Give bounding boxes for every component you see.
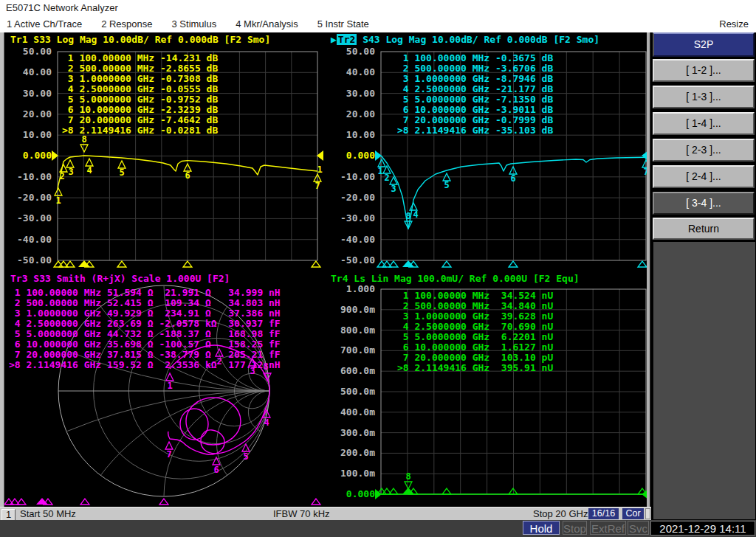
marker-row: 42.5000000GHz-0.0555dB bbox=[62, 84, 218, 94]
marker-row: 2500.00000MHz52.415Ω109.34Ω34.803nH bbox=[9, 298, 281, 308]
marker-row: 55.0000000GHz44.732Ω-188.37Ω168.98fF bbox=[9, 329, 281, 339]
svg-text:1: 1 bbox=[377, 166, 382, 176]
svg-text:1: 1 bbox=[55, 195, 61, 206]
menu-stimulus[interactable]: 3 Stimulus bbox=[172, 16, 217, 32]
stop-indicator: Stop bbox=[563, 521, 587, 535]
tr3-marker-table: 1100.00000MHz51.594Ω21.991Ω34.999nH 2500… bbox=[9, 288, 281, 370]
menu-mkr-analysis[interactable]: 4 Mkr/Analysis bbox=[236, 16, 298, 32]
svg-text:7: 7 bbox=[166, 449, 171, 460]
marker-row: 55.0000000GHz-0.9752dB bbox=[62, 94, 218, 105]
marker-row: 31.0000000GHz-8.7946dB bbox=[397, 74, 553, 84]
svg-text:8: 8 bbox=[81, 134, 86, 145]
marker-row: 2500.00000MHz34.840nU bbox=[397, 301, 553, 311]
softkey-1-3[interactable]: [ 1-3 ]... bbox=[653, 86, 755, 108]
softkey-2-4[interactable]: [ 2-4 ]... bbox=[653, 165, 755, 188]
menu-response[interactable]: 2 Response bbox=[101, 16, 152, 32]
softkey-1-2[interactable]: [ 1-2 ]... bbox=[653, 59, 755, 82]
correction-badge: Cor bbox=[622, 508, 644, 519]
panel-tr3: Tr3 S33 Smith (R+jX) Scale 1.000U [F2] bbox=[4, 271, 325, 507]
marker-row: 610.000000GHz35.698Ω-100.57Ω158.25fF bbox=[9, 339, 281, 350]
softkey-return[interactable]: Return bbox=[653, 218, 755, 240]
marker-row: 610.000000GHz-2.3239dB bbox=[62, 105, 218, 115]
marker-row: 2500.00000MHz-2.8655dB bbox=[62, 63, 218, 74]
marker-row: 31.0000000GHz-0.7308dB bbox=[62, 74, 218, 84]
marker-row: 610.000000GHz1.6127nU bbox=[397, 342, 553, 353]
marker-row: 42.5000000GHz263.69Ω-2.0578kΩ30.937fF bbox=[9, 319, 281, 329]
hold-indicator[interactable]: Hold bbox=[523, 521, 560, 535]
start-frequency: Start 50 MHz bbox=[20, 508, 76, 519]
marker-row: 720.000000GHz103.10pU bbox=[397, 353, 553, 363]
svg-text:5: 5 bbox=[444, 180, 449, 190]
sidebar-divider bbox=[647, 32, 650, 537]
status-bar: 1 Start 50 MHz IFBW 70 kHz Stop 20 GHz 1… bbox=[0, 507, 651, 520]
ifbw-value: IFBW 70 kHz bbox=[273, 508, 330, 519]
svg-text:1: 1 bbox=[167, 381, 172, 391]
svg-text:1: 1 bbox=[317, 164, 322, 175]
tr1-marker-table: 1100.00000MHz-14.231dB 2500.00000MHz-2.8… bbox=[62, 53, 218, 136]
marker-row: >82.1149416GHz395.91nU bbox=[397, 363, 553, 373]
status-end-box bbox=[645, 508, 650, 519]
svg-text:8: 8 bbox=[405, 471, 410, 482]
svg-text:4: 4 bbox=[413, 209, 418, 220]
marker-row: >82.1149416GHz159.52Ω2.3536kΩ177.12nH bbox=[9, 360, 281, 370]
tr4-marker-table: 1100.00000MHz34.524nU 2500.00000MHz34.84… bbox=[397, 291, 553, 373]
system-bar: Hold Stop ExtRef Svc 2021-12-29 14:11 bbox=[0, 520, 756, 537]
marker-row: 1100.00000MHz-0.3675dB bbox=[397, 53, 553, 63]
svg-text:3: 3 bbox=[68, 167, 73, 177]
svg-text:6: 6 bbox=[213, 465, 219, 475]
svg-text:2: 2 bbox=[384, 173, 389, 183]
marker-row: >82.1149416GHz-0.0281dB bbox=[62, 125, 218, 136]
softkey-1-4[interactable]: [ 1-4 ]... bbox=[653, 112, 755, 135]
svg-text:5: 5 bbox=[243, 451, 248, 462]
instrument-screen: E5071C Network Analyzer 1 Active Ch/Trac… bbox=[0, 0, 756, 537]
marker-row: 31.0000000GHz49.929Ω234.91Ω37.386nH bbox=[9, 308, 281, 319]
sweep-points-badge: 16/16 bbox=[588, 508, 619, 519]
marker-row: 1100.00000MHz51.594Ω21.991Ω34.999nH bbox=[9, 288, 281, 298]
panel-tr4: Tr4 Ls Lin Mag 100.0mU/ Ref 0.000U [F2 E… bbox=[325, 271, 650, 507]
svg-text:6: 6 bbox=[510, 173, 515, 184]
stop-frequency: Stop 20 GHz bbox=[533, 508, 588, 519]
svg-text:6: 6 bbox=[185, 170, 190, 181]
tr4-marker-triangles bbox=[377, 488, 647, 494]
svg-text:7: 7 bbox=[315, 181, 320, 191]
menu-active-ch-trace[interactable]: 1 Active Ch/Trace bbox=[7, 16, 82, 32]
svg-text:4: 4 bbox=[264, 418, 269, 428]
tr1-stimulus-markers bbox=[54, 260, 320, 267]
svg-text:2: 2 bbox=[59, 171, 64, 181]
marker-row: 720.000000GHz-0.7999dB bbox=[397, 115, 553, 125]
softkey-header-s2p: S2P bbox=[653, 32, 755, 57]
svg-text:5: 5 bbox=[119, 167, 124, 178]
softkey-3-4-selected[interactable]: [ 3-4 ]... bbox=[653, 192, 755, 215]
marker-row: 610.000000GHz-3.9011dB bbox=[397, 105, 553, 115]
tr3-stimulus-markers bbox=[4, 498, 320, 505]
marker-row: 42.5000000GHz70.690nU bbox=[397, 322, 553, 332]
channel-number: 1 bbox=[1, 509, 16, 521]
panel-tr1: Tr1 S33 Log Mag 10.00dB/ Ref 0.000dB [F2… bbox=[4, 32, 325, 271]
svg-text:4: 4 bbox=[86, 165, 92, 176]
marker-row: 1100.00000MHz-14.231dB bbox=[62, 53, 218, 63]
marker-row: 42.5000000GHz-21.177dB bbox=[397, 84, 553, 94]
marker-row: 720.000000GHz-7.4642dB bbox=[62, 115, 218, 125]
marker-row: 2500.00000MHz-3.6706dB bbox=[397, 63, 553, 74]
datetime-display: 2021-12-29 14:11 bbox=[650, 521, 755, 536]
menu-bar: 1 Active Ch/Trace 2 Response 3 Stimulus … bbox=[0, 16, 756, 32]
marker-row: 720.000000GHz37.815Ω-38.779Ω205.21fF bbox=[9, 350, 281, 360]
marker-row: 55.0000000GHz-7.1350dB bbox=[397, 94, 553, 105]
tr2-marker-table: 1100.00000MHz-0.3675dB 2500.00000MHz-3.6… bbox=[397, 53, 553, 136]
sidebar-empty-area bbox=[653, 242, 755, 519]
marker-row: 55.0000000GHz6.2201nU bbox=[397, 332, 553, 342]
marker-row: 31.0000000GHz39.628nU bbox=[397, 311, 553, 322]
tr2-stimulus-markers bbox=[377, 260, 647, 267]
svg-text:3: 3 bbox=[391, 184, 396, 194]
extref-indicator: ExtRef bbox=[590, 521, 626, 535]
softkey-sidebar: S2P [ 1-2 ]... [ 1-3 ]... [ 1-4 ]... [ 2… bbox=[647, 32, 756, 537]
marker-row: >82.1149416GHz-35.103dB bbox=[397, 125, 553, 136]
menu-instr-state[interactable]: 5 Instr State bbox=[317, 16, 369, 32]
marker-row: 1100.00000MHz34.524nU bbox=[397, 291, 553, 301]
window-title: E5071C Network Analyzer bbox=[0, 0, 756, 16]
menu-resize[interactable]: Resize bbox=[719, 16, 749, 32]
svg-text:8: 8 bbox=[405, 211, 410, 221]
softkey-2-3[interactable]: [ 2-3 ]... bbox=[653, 139, 755, 162]
svc-indicator: Svc bbox=[628, 521, 649, 535]
panel-tr2: ▶Tr2 S43 Log Mag 10.00dB/ Ref 0.000dB [F… bbox=[325, 32, 650, 271]
